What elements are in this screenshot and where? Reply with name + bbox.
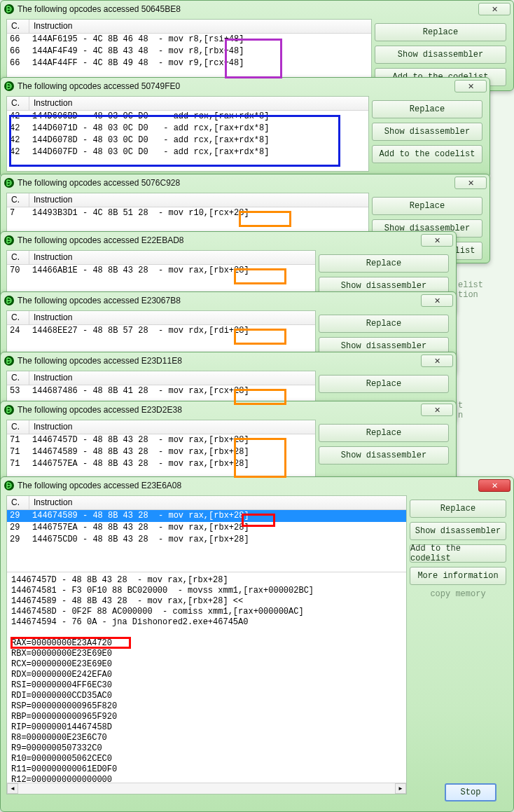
col-count-header[interactable]: C. [7,496,29,509]
replace-button[interactable]: Replace [372,197,482,215]
opcode-row[interactable]: 53 144687486 - 48 8B 41 28 - mov rax,[rc… [7,385,315,397]
col-instruction-header[interactable]: Instruction [29,311,315,324]
col-count-header[interactable]: C. [7,97,29,110]
replace-button[interactable]: Replace [372,100,482,118]
titlebar[interactable]: The following opcodes accessed 50749FE0 … [1,78,489,95]
moreinfo-button[interactable]: More information [410,567,506,585]
right-button-panel: ReplaceShow disassembler [319,254,449,295]
col-count-header[interactable]: C. [7,193,29,207]
scroll-track[interactable] [18,783,395,794]
occluded-text: elist tion [458,280,483,300]
replace-button[interactable]: Replace [319,424,449,442]
disasm-button[interactable]: Show disassembler [319,446,449,465]
col-instruction-header[interactable]: Instruction [29,20,371,33]
row-count: 42 [7,146,29,158]
cheat-engine-icon [4,404,15,415]
titlebar[interactable]: The following opcodes accessed E23D11E8 … [1,352,456,369]
row-instruction: 144674589 - 48 8B 43 28 - mov rax,[rbx+2… [29,510,406,522]
col-instruction-header[interactable]: Instruction [29,251,315,264]
table-header: C. Instruction [7,496,406,510]
close-icon: ✕ [468,179,474,188]
close-button[interactable]: ✕ [421,404,453,416]
cheat-engine-icon [4,81,15,92]
col-instruction-header[interactable]: Instruction [29,97,368,110]
row-instruction: 1446757EA - 48 8B 43 28 - mov rax,[rbx+2… [29,522,406,534]
row-instruction: 144674589 - 48 8B 43 28 - mov rax,[rbx+2… [29,446,315,458]
replace-button[interactable]: Replace [410,500,506,518]
col-count-header[interactable]: C. [7,20,29,33]
replace-button[interactable]: Replace [375,23,506,41]
close-button[interactable]: ✕ [454,177,487,189]
row-instruction: 144D6071D - 48 03 0C D0 - add rcx,[rax+r… [29,123,368,135]
opcode-window: The following opcodes accessed E23E6A08 … [0,476,514,812]
window-title: The following opcodes accessed 50749FE0 [18,81,454,91]
col-count-header[interactable]: C. [7,420,29,434]
opcode-row[interactable]: 29 144674589 - 48 8B 43 28 - mov rax,[rb… [7,510,406,522]
row-instruction: 144D6078D - 48 03 0C D0 - add rcx,[rax+r… [29,135,368,146]
close-icon: ✕ [434,406,440,415]
titlebar[interactable]: The following opcodes accessed E23E6A08 … [1,477,513,494]
col-instruction-header[interactable]: Instruction [29,371,315,385]
opcode-row[interactable]: 42 144D6078D - 48 03 0C D0 - add rcx,[ra… [7,135,368,146]
col-count-header[interactable]: C. [7,311,29,324]
opcode-row[interactable]: 71 144674589 - 48 8B 43 28 - mov rax,[rb… [7,446,315,458]
opcode-row[interactable]: 66 144AF4F49 - 4C 8B 43 48 - mov r8,[rbx… [7,46,371,57]
opcode-row[interactable]: 42 144D606BD - 48 03 0C D0 - add rcx,[ra… [7,111,368,123]
col-count-header[interactable]: C. [7,371,29,385]
titlebar[interactable]: The following opcodes accessed E23067B8 … [1,292,456,309]
register-info-pane[interactable]: 14467457D - 48 8B 43 28 - mov rax,[rbx+2… [7,572,406,783]
client-area: C. Instruction 42 144D606BD - 48 03 0C D… [6,96,369,172]
close-button[interactable]: ✕ [421,355,453,367]
col-instruction-header[interactable]: Instruction [29,420,315,434]
opcode-row[interactable]: 71 1446757EA - 48 8B 43 28 - mov rax,[rb… [7,458,315,470]
copy-memory-label: copy memory [410,589,506,599]
titlebar[interactable]: The following opcodes accessed 50645BE8 … [1,1,513,18]
opcode-row[interactable]: 66 144AF6195 - 4C 8B 46 48 - mov r8,[rsi… [7,34,371,46]
col-instruction-header[interactable]: Instruction [29,496,406,509]
titlebar[interactable]: The following opcodes accessed E23D2E38 … [1,401,456,418]
opcode-row[interactable]: 70 14466AB1E - 48 8B 43 28 - mov rax,[rb… [7,265,315,277]
replace-button[interactable]: Replace [319,315,449,333]
disasm-button[interactable]: Show disassembler [375,46,506,64]
opcode-row[interactable]: 66 144AF44FF - 4C 8B 49 48 - mov r9,[rcx… [7,57,371,69]
opcode-row[interactable]: 24 14468EE27 - 48 8B 57 28 - mov rdx,[rd… [7,325,315,337]
titlebar[interactable]: The following opcodes accessed E22EBAD8 … [1,232,456,249]
replace-button[interactable]: Replace [319,254,449,273]
col-count-header[interactable]: C. [7,251,29,264]
close-icon: ✕ [492,5,498,14]
row-count: 42 [7,123,29,135]
opcode-row[interactable]: 42 144D607FD - 48 03 0C D0 - add rcx,[ra… [7,146,368,158]
scroll-left-icon[interactable]: ◄ [7,783,18,794]
replace-button[interactable]: Replace [319,375,449,393]
opcode-row[interactable]: 29 1446757EA - 48 8B 43 28 - mov rax,[rb… [7,522,406,534]
close-button[interactable]: ✕ [421,234,453,247]
codelist-button[interactable]: Add to the codelist [410,544,506,563]
row-instruction: 144687486 - 48 8B 41 28 - mov rax,[rcx+2… [29,385,315,397]
stop-button[interactable]: Stop [445,783,496,801]
codelist-button[interactable]: Add to the codelist [372,145,482,163]
close-icon: ✕ [434,296,440,305]
disasm-button[interactable]: Show disassembler [410,522,506,540]
opcode-row[interactable]: 29 144675CD0 - 48 8B 43 28 - mov rax,[rb… [7,534,406,546]
table-header: C. Instruction [7,311,315,325]
row-instruction: 144D607FD - 48 03 0C D0 - add rcx,[rax+r… [29,146,368,158]
row-instruction: 144D606BD - 48 03 0C D0 - add rcx,[rax+r… [29,111,368,123]
horizontal-scrollbar[interactable]: ◄ ► [7,783,406,794]
row-instruction: 144AF4F49 - 4C 8B 43 48 - mov r8,[rbx+48… [29,46,371,57]
titlebar[interactable]: The following opcodes accessed 5076C928 … [1,174,489,191]
right-button-panel: ReplaceShow disassemblerAdd to the codel… [372,100,482,163]
close-button[interactable]: ✕ [454,80,487,92]
col-instruction-header[interactable]: Instruction [29,193,368,207]
row-instruction: 14468EE27 - 48 8B 57 28 - mov rdx,[rdi+2… [29,325,315,337]
occluded-text: t n [458,401,463,420]
disasm-button[interactable]: Show disassembler [372,123,482,141]
opcode-row[interactable]: 7 14493B3D1 - 4C 8B 51 28 - mov r10,[rcx… [7,207,368,219]
opcode-row[interactable]: 71 14467457D - 48 8B 43 28 - mov rax,[rb… [7,434,315,446]
close-button[interactable]: ✕ [478,479,510,492]
close-button[interactable]: ✕ [421,294,453,307]
close-button[interactable]: ✕ [478,3,510,15]
row-instruction: 14493B3D1 - 4C 8B 51 28 - mov r10,[rcx+2… [29,207,368,219]
row-count: 71 [7,434,29,446]
opcode-row[interactable]: 42 144D6071D - 48 03 0C D0 - add rcx,[ra… [7,123,368,135]
scroll-right-icon[interactable]: ► [395,783,406,794]
